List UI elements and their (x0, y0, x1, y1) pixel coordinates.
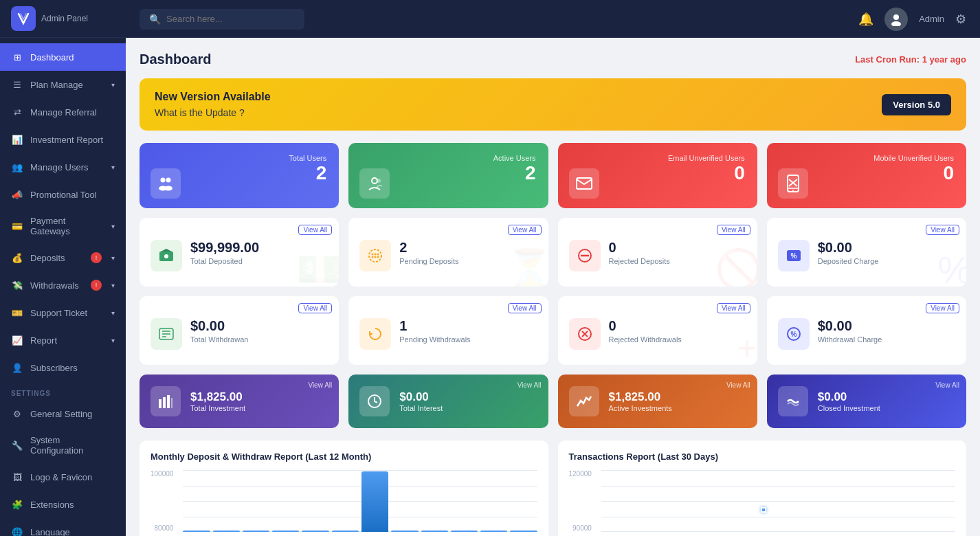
transactions-chart-card: Transactions Report (Last 30 Days) 12000… (558, 440, 967, 536)
sidebar-item-payment-gateways[interactable]: 💳 Payment Gateways ▾ (0, 208, 126, 244)
sidebar-item-deposits[interactable]: 💰 Deposits ! ▾ (0, 244, 126, 271)
view-all-rejected-deposits[interactable]: View All (717, 225, 750, 235)
svg-point-2 (161, 178, 166, 183)
y-axis-label: 90000 (569, 524, 592, 532)
rejected-deposits-label: Rejected Deposits (609, 257, 670, 265)
svg-point-6 (372, 178, 377, 183)
sidebar-item-dashboard[interactable]: ⊞ Dashboard (0, 43, 126, 71)
sidebar-item-label: Manage Users (30, 162, 89, 172)
sidebar-item-plan-manage[interactable]: ☰ Plan Manage ▾ (0, 71, 126, 98)
sidebar-item-report[interactable]: 📈 Report ▾ (0, 326, 126, 354)
total-users-icon (151, 168, 181, 199)
sidebar-item-withdrawals[interactable]: 💸 Withdrawals ! ▾ (0, 271, 126, 299)
sidebar-item-manage-referral[interactable]: ⇄ Manage Referral (0, 98, 126, 126)
invest-card-closed-investment: $0.00 Closed Investment View All (767, 375, 966, 428)
sidebar-item-label: Report (30, 335, 57, 346)
plan-manage-icon: ☰ (11, 78, 23, 91)
sidebar-item-general-setting[interactable]: ⚙ General Setting (0, 400, 126, 427)
chevron-down-icon: ▾ (111, 309, 115, 317)
svg-text:%: % (790, 252, 797, 260)
mobile-icon (778, 168, 808, 199)
withdrawal-charge-icon: % (778, 318, 810, 350)
stat-card-mobile-unverified: Mobile Unverified Users 0 (767, 143, 966, 208)
deposits-icon: 💰 (11, 252, 23, 264)
pending-withdrawals-icon (359, 318, 391, 350)
sidebar-item-label: Investment Report (30, 135, 103, 145)
bar (213, 531, 240, 532)
dashboard-icon: ⊞ (11, 51, 23, 63)
pending-withdrawals-label: Pending Withdrawals (399, 335, 470, 344)
svg-point-0 (893, 14, 899, 20)
withdrawal-charge-label: Withdrawal Charge (818, 335, 882, 344)
deposited-charge-value: $0.00 (818, 240, 879, 256)
sidebar-item-system-configuration[interactable]: 🔧 System Configuration (0, 427, 126, 463)
view-all-active-investments[interactable]: View All (726, 381, 750, 389)
view-all-rejected-withdrawals[interactable]: View All (717, 303, 750, 313)
version-badge[interactable]: Version 5.0 (882, 94, 951, 115)
view-all-pending-deposits[interactable]: View All (508, 225, 542, 235)
promo-icon: 📣 (11, 188, 23, 201)
view-all-deposited-charge[interactable]: View All (926, 225, 959, 235)
bar (272, 531, 299, 532)
sidebar-item-label: Manage Referral (30, 107, 97, 118)
avatar[interactable] (884, 8, 908, 31)
settings-icon[interactable]: ⚙ (955, 12, 966, 27)
search-input[interactable] (166, 14, 295, 24)
version-banner-title: New Version Available (155, 91, 271, 103)
sidebar-item-extensions[interactable]: 🧩 Extensions (0, 491, 126, 518)
view-all-total-investment[interactable]: View All (308, 381, 332, 389)
sidebar-item-manage-users[interactable]: 👥 Manage Users ▾ (0, 153, 126, 181)
svg-point-11 (792, 190, 794, 191)
subscribers-icon: 👤 (11, 361, 23, 374)
chevron-down-icon: ▾ (111, 81, 115, 89)
info-card-total-withdrawn: View All $0.00 Total Withdrawan (140, 296, 339, 365)
notification-bell-icon[interactable]: 🔔 (858, 12, 873, 27)
view-all-pending-withdrawals[interactable]: View All (508, 303, 542, 313)
view-all-total-deposited[interactable]: View All (298, 225, 332, 235)
view-all-total-withdrawn[interactable]: View All (298, 303, 332, 313)
email-icon (569, 168, 599, 199)
active-investments-label: Active Investments (609, 404, 672, 412)
y-axis-label: 80000 (151, 524, 173, 532)
sidebar-item-label: Subscribers (30, 363, 78, 373)
sidebar-item-subscribers[interactable]: 👤 Subscribers (0, 354, 126, 381)
bar (243, 531, 269, 532)
chevron-down-icon: ▾ (111, 164, 115, 171)
sidebar-item-language[interactable]: 🌐 Language (0, 518, 126, 536)
sidebar: Admin Panel ⊞ Dashboard ☰ Plan Manage ▾ … (0, 0, 126, 536)
svg-point-3 (166, 178, 171, 183)
stat-card-active-users: Active Users 2 (348, 143, 548, 208)
deposited-charge-label: Deposited Charge (818, 257, 879, 265)
version-banner-content: New Version Available What is the Update… (155, 91, 271, 118)
svg-point-7 (377, 179, 381, 183)
investment-report-icon: 📊 (11, 133, 23, 146)
info-card-withdrawal-charge: View All % $0.00 Withdrawal Charge (767, 296, 966, 365)
bar (510, 531, 537, 532)
language-icon: 🌐 (11, 526, 23, 536)
sidebar-item-label: General Setting (30, 409, 92, 419)
svg-point-20 (372, 256, 374, 258)
info-card-pending-deposits: View All 2 (348, 218, 548, 287)
sidebar-navigation: ⊞ Dashboard ☰ Plan Manage ▾ ⇄ Manage Ref… (0, 38, 126, 536)
bar (361, 471, 388, 532)
version-banner: New Version Available What is the Update… (140, 78, 966, 131)
monthly-chart-card: Monthly Deposit & Withdraw Report (Last … (140, 440, 548, 536)
view-all-withdrawal-charge[interactable]: View All (926, 303, 959, 313)
sidebar-item-support-ticket[interactable]: 🎫 Support Ticket ▾ (0, 299, 126, 326)
topbar-right: 🔔 Admin ⚙ (858, 8, 966, 31)
svg-point-5 (164, 186, 172, 191)
view-all-closed-investment[interactable]: View All (935, 381, 959, 389)
total-deposited-label: Total Deposited (190, 257, 259, 265)
closed-investment-icon (778, 386, 808, 416)
cron-value: 1 year ago (922, 54, 966, 65)
sidebar-item-investment-report[interactable]: 📊 Investment Report (0, 126, 126, 153)
info-card-total-deposited: View All $99,999.00 Total Deposited (140, 218, 339, 287)
sidebar-item-logo-favicon[interactable]: 🖼 Logo & Favicon (0, 463, 126, 491)
page-header: Dashboard Last Cron Run: 1 year ago (140, 52, 966, 67)
transactions-chart-title: Transactions Report (Last 30 Days) (569, 451, 956, 462)
view-all-total-interest[interactable]: View All (517, 381, 542, 389)
stats-grid: Total Users 2 Active Users 2 (140, 143, 966, 208)
bar (302, 531, 328, 532)
chevron-down-icon: ▾ (111, 282, 115, 289)
sidebar-item-promotional-tool[interactable]: 📣 Promotional Tool (0, 181, 126, 208)
